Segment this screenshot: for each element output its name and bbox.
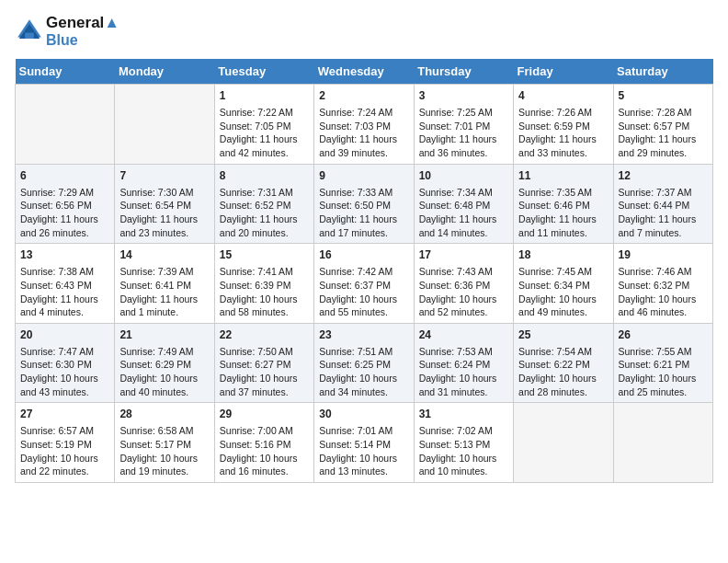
calendar-cell: 31Sunrise: 7:02 AMSunset: 5:13 PMDayligh… — [414, 403, 513, 483]
week-row-5: 27Sunrise: 6:57 AMSunset: 5:19 PMDayligh… — [16, 403, 713, 483]
weekday-header-saturday: Saturday — [613, 59, 712, 85]
calendar-cell: 23Sunrise: 7:51 AMSunset: 6:25 PMDayligh… — [314, 323, 414, 403]
day-info: Sunrise: 7:39 AMSunset: 6:41 PMDaylight:… — [119, 265, 209, 319]
svg-rect-3 — [25, 33, 34, 39]
day-info: Sunrise: 7:29 AMSunset: 6:56 PMDaylight:… — [20, 186, 109, 240]
day-number: 1 — [220, 88, 309, 104]
day-info: Sunrise: 7:30 AMSunset: 6:54 PMDaylight:… — [119, 186, 209, 240]
day-number: 8 — [220, 168, 309, 184]
calendar-cell — [613, 403, 712, 483]
weekday-header-friday: Friday — [514, 59, 613, 85]
calendar-cell: 26Sunrise: 7:55 AMSunset: 6:21 PMDayligh… — [613, 323, 712, 403]
calendar-cell: 15Sunrise: 7:41 AMSunset: 6:39 PMDayligh… — [214, 244, 313, 324]
calendar-cell: 17Sunrise: 7:43 AMSunset: 6:36 PMDayligh… — [414, 244, 513, 324]
day-info: Sunrise: 7:28 AMSunset: 6:57 PMDaylight:… — [619, 106, 708, 160]
calendar-cell: 10Sunrise: 7:34 AMSunset: 6:48 PMDayligh… — [414, 164, 513, 244]
day-number: 3 — [419, 88, 508, 104]
weekday-header-thursday: Thursday — [414, 59, 513, 85]
day-number: 26 — [619, 327, 708, 343]
calendar-cell — [514, 403, 613, 483]
day-number: 28 — [119, 407, 209, 422]
day-number: 6 — [20, 168, 109, 184]
calendar-cell: 29Sunrise: 7:00 AMSunset: 5:16 PMDayligh… — [214, 403, 313, 483]
calendar-cell: 20Sunrise: 7:47 AMSunset: 6:30 PMDayligh… — [16, 323, 115, 403]
calendar-cell: 2Sunrise: 7:24 AMSunset: 7:03 PMDaylight… — [314, 85, 414, 165]
day-info: Sunrise: 6:58 AMSunset: 5:17 PMDaylight:… — [119, 424, 209, 478]
day-info: Sunrise: 7:33 AMSunset: 6:50 PMDaylight:… — [319, 186, 408, 240]
day-info: Sunrise: 7:50 AMSunset: 6:27 PMDaylight:… — [220, 345, 309, 399]
day-number: 21 — [119, 327, 209, 343]
week-row-4: 20Sunrise: 7:47 AMSunset: 6:30 PMDayligh… — [16, 323, 713, 403]
day-info: Sunrise: 7:46 AMSunset: 6:32 PMDaylight:… — [619, 265, 708, 319]
calendar-cell: 3Sunrise: 7:25 AMSunset: 7:01 PMDaylight… — [414, 85, 513, 165]
calendar-table: SundayMondayTuesdayWednesdayThursdayFrid… — [15, 59, 713, 483]
calendar-cell: 28Sunrise: 6:58 AMSunset: 5:17 PMDayligh… — [115, 403, 214, 483]
calendar-cell: 4Sunrise: 7:26 AMSunset: 6:59 PMDaylight… — [514, 85, 613, 165]
day-info: Sunrise: 7:51 AMSunset: 6:25 PMDaylight:… — [319, 345, 408, 399]
calendar-cell: 22Sunrise: 7:50 AMSunset: 6:27 PMDayligh… — [214, 323, 313, 403]
calendar-cell: 21Sunrise: 7:49 AMSunset: 6:29 PMDayligh… — [115, 323, 214, 403]
day-info: Sunrise: 7:34 AMSunset: 6:48 PMDaylight:… — [419, 186, 508, 240]
calendar-cell: 9Sunrise: 7:33 AMSunset: 6:50 PMDaylight… — [314, 164, 414, 244]
weekday-header-monday: Monday — [115, 59, 214, 85]
day-number: 19 — [619, 247, 708, 263]
day-number: 29 — [220, 407, 309, 422]
day-info: Sunrise: 7:24 AMSunset: 7:03 PMDaylight:… — [319, 106, 408, 160]
day-number: 27 — [20, 407, 109, 422]
week-row-2: 6Sunrise: 7:29 AMSunset: 6:56 PMDaylight… — [16, 164, 713, 244]
day-info: Sunrise: 7:31 AMSunset: 6:52 PMDaylight:… — [220, 186, 309, 240]
day-number: 9 — [319, 168, 408, 184]
day-info: Sunrise: 7:41 AMSunset: 6:39 PMDaylight:… — [220, 265, 309, 319]
logo-icon — [15, 17, 44, 46]
day-info: Sunrise: 7:54 AMSunset: 6:22 PMDaylight:… — [518, 345, 608, 399]
weekday-header-sunday: Sunday — [16, 59, 115, 85]
calendar-cell — [115, 85, 214, 165]
calendar-cell — [16, 85, 115, 165]
calendar-cell: 14Sunrise: 7:39 AMSunset: 6:41 PMDayligh… — [115, 244, 214, 324]
weekday-header-row: SundayMondayTuesdayWednesdayThursdayFrid… — [16, 59, 713, 85]
day-number: 7 — [119, 168, 209, 184]
day-number: 13 — [20, 247, 109, 263]
day-info: Sunrise: 7:26 AMSunset: 6:59 PMDaylight:… — [518, 106, 608, 160]
day-number: 31 — [419, 407, 508, 422]
weekday-header-tuesday: Tuesday — [214, 59, 313, 85]
calendar-cell: 25Sunrise: 7:54 AMSunset: 6:22 PMDayligh… — [514, 323, 613, 403]
day-info: Sunrise: 7:00 AMSunset: 5:16 PMDaylight:… — [220, 424, 309, 478]
day-number: 2 — [319, 88, 408, 104]
calendar-cell: 7Sunrise: 7:30 AMSunset: 6:54 PMDaylight… — [115, 164, 214, 244]
day-number: 15 — [220, 247, 309, 263]
calendar-cell: 1Sunrise: 7:22 AMSunset: 7:05 PMDaylight… — [214, 85, 313, 165]
calendar-cell: 16Sunrise: 7:42 AMSunset: 6:37 PMDayligh… — [314, 244, 414, 324]
day-info: Sunrise: 7:38 AMSunset: 6:43 PMDaylight:… — [20, 265, 109, 319]
day-info: Sunrise: 7:22 AMSunset: 7:05 PMDaylight:… — [220, 106, 309, 160]
day-number: 17 — [419, 247, 508, 263]
day-number: 18 — [518, 247, 608, 263]
day-info: Sunrise: 7:55 AMSunset: 6:21 PMDaylight:… — [619, 345, 708, 399]
calendar-cell: 24Sunrise: 7:53 AMSunset: 6:24 PMDayligh… — [414, 323, 513, 403]
day-info: Sunrise: 6:57 AMSunset: 5:19 PMDaylight:… — [20, 424, 109, 478]
calendar-cell: 6Sunrise: 7:29 AMSunset: 6:56 PMDaylight… — [16, 164, 115, 244]
logo: General▲ Blue — [15, 15, 119, 48]
day-info: Sunrise: 7:43 AMSunset: 6:36 PMDaylight:… — [419, 265, 508, 319]
day-info: Sunrise: 7:47 AMSunset: 6:30 PMDaylight:… — [20, 345, 109, 399]
day-info: Sunrise: 7:02 AMSunset: 5:13 PMDaylight:… — [419, 424, 508, 478]
day-info: Sunrise: 7:45 AMSunset: 6:34 PMDaylight:… — [518, 265, 608, 319]
day-number: 22 — [220, 327, 309, 343]
day-info: Sunrise: 7:49 AMSunset: 6:29 PMDaylight:… — [119, 345, 209, 399]
week-row-1: 1Sunrise: 7:22 AMSunset: 7:05 PMDaylight… — [16, 85, 713, 165]
calendar-cell: 18Sunrise: 7:45 AMSunset: 6:34 PMDayligh… — [514, 244, 613, 324]
calendar-cell: 12Sunrise: 7:37 AMSunset: 6:44 PMDayligh… — [613, 164, 712, 244]
calendar-cell: 8Sunrise: 7:31 AMSunset: 6:52 PMDaylight… — [214, 164, 313, 244]
day-info: Sunrise: 7:01 AMSunset: 5:14 PMDaylight:… — [319, 424, 408, 478]
logo-text: General▲ Blue — [46, 15, 119, 48]
day-number: 5 — [619, 88, 708, 104]
day-number: 24 — [419, 327, 508, 343]
calendar-cell: 27Sunrise: 6:57 AMSunset: 5:19 PMDayligh… — [16, 403, 115, 483]
day-info: Sunrise: 7:42 AMSunset: 6:37 PMDaylight:… — [319, 265, 408, 319]
calendar-cell: 30Sunrise: 7:01 AMSunset: 5:14 PMDayligh… — [314, 403, 414, 483]
day-info: Sunrise: 7:53 AMSunset: 6:24 PMDaylight:… — [419, 345, 508, 399]
day-number: 14 — [119, 247, 209, 263]
day-info: Sunrise: 7:37 AMSunset: 6:44 PMDaylight:… — [619, 186, 708, 240]
day-number: 10 — [419, 168, 508, 184]
page-header: General▲ Blue — [15, 15, 713, 48]
